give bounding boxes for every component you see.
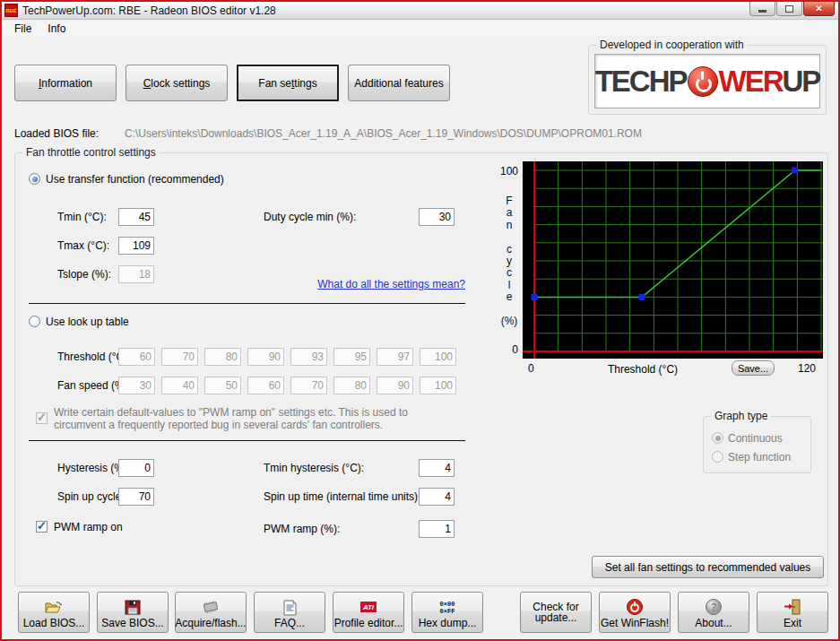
loaded-bios-path: C:\Users\inteks\Downloads\BIOS_Acer_1.19… bbox=[125, 127, 642, 140]
fanspeed-input-5 bbox=[290, 377, 327, 394]
chip-icon bbox=[200, 598, 221, 616]
tmax-input[interactable] bbox=[118, 237, 154, 255]
threshold-input-2 bbox=[161, 348, 198, 366]
fanspeed-input-4 bbox=[247, 377, 284, 394]
fan-curve-plot[interactable] bbox=[523, 161, 823, 359]
pwm-defaults-checkbox-label: Write certain default-values to "PWM ram… bbox=[54, 406, 459, 431]
save-graph-button[interactable]: Save... bbox=[732, 360, 775, 376]
load-bios-button[interactable]: Load BIOS... bbox=[18, 592, 90, 633]
hex-icon: 0×000×FF bbox=[436, 598, 459, 616]
pwm-ramp-on-label: PWM ramp on bbox=[54, 521, 123, 533]
tab-clock-settings[interactable]: Clock settings bbox=[126, 65, 228, 101]
fanspeed-input-1 bbox=[118, 377, 155, 394]
pwm-ramp-on-checkbox[interactable] bbox=[36, 521, 48, 533]
use-transfer-function-radio[interactable] bbox=[29, 173, 40, 185]
separator bbox=[29, 303, 465, 304]
techpowerup-logo: TECHPWERUP bbox=[594, 54, 820, 108]
threshold-input-4 bbox=[247, 348, 284, 366]
open-folder-icon bbox=[44, 598, 64, 616]
x-tick-120: 120 bbox=[798, 362, 816, 375]
graph-type-label: Graph type bbox=[711, 410, 771, 422]
tab-fan-settings[interactable]: Fan settings bbox=[237, 65, 339, 101]
acquire-flash-button[interactable]: Acquire/flash... bbox=[175, 592, 247, 633]
app-window: RBE TechPowerUp.com: RBE - Radeon BIOS e… bbox=[0, 0, 840, 641]
spin-up-cycle-input[interactable] bbox=[118, 488, 154, 506]
svg-text:ATi: ATi bbox=[362, 603, 375, 611]
tmin-hysteresis-input[interactable] bbox=[419, 459, 455, 477]
fanspeed-input-3 bbox=[204, 377, 241, 394]
svg-text:0×00: 0×00 bbox=[440, 601, 455, 608]
minimize-button[interactable] bbox=[749, 2, 775, 16]
tmin-label: Tmin (°C): bbox=[57, 211, 107, 223]
use-lookup-table-radio[interactable] bbox=[29, 316, 40, 327]
profile-editor-button[interactable]: ATi Profile editor... bbox=[333, 592, 404, 633]
tab-information[interactable]: Information bbox=[14, 65, 117, 101]
exit-door-icon bbox=[783, 598, 802, 616]
tslope-input bbox=[118, 265, 154, 283]
get-winflash-button[interactable]: Get WinFlash! bbox=[599, 592, 671, 633]
logo-text-mid: WER bbox=[719, 66, 783, 96]
threshold-input-7 bbox=[377, 348, 413, 366]
check-for-update-button[interactable]: Check for update... bbox=[520, 592, 592, 633]
y-tick-100: 100 bbox=[491, 165, 518, 178]
x-tick-0: 0 bbox=[528, 362, 534, 375]
close-button[interactable]: ✕ bbox=[803, 2, 835, 16]
duty-cycle-min-label: Duty cycle min (%): bbox=[264, 211, 356, 223]
use-lookup-table-label: Use look up table bbox=[46, 316, 129, 328]
maximize-button[interactable] bbox=[776, 2, 802, 16]
title-bar[interactable]: RBE TechPowerUp.com: RBE - Radeon BIOS e… bbox=[2, 2, 838, 20]
fanspeed-input-7 bbox=[377, 377, 413, 394]
tslope-label: Tslope (%): bbox=[57, 268, 111, 281]
pwm-ramp-input[interactable] bbox=[419, 520, 455, 538]
x-axis-label: Threshold (°C) bbox=[576, 363, 710, 376]
threshold-input-3 bbox=[204, 348, 241, 366]
logo-text-left: TECHP bbox=[595, 66, 687, 96]
window-title: TechPowerUp.com: RBE - Radeon BIOS edito… bbox=[22, 4, 276, 17]
exit-button[interactable]: Exit bbox=[757, 592, 828, 633]
hex-dump-button[interactable]: 0×000×FF Hex dump... bbox=[411, 592, 483, 633]
separator bbox=[29, 440, 465, 441]
save-bios-button[interactable]: Save BIOS... bbox=[97, 592, 169, 633]
duty-cycle-min-input[interactable] bbox=[419, 208, 455, 226]
pwm-defaults-checkbox bbox=[36, 412, 48, 424]
ati-icon: ATi bbox=[359, 598, 378, 616]
about-button[interactable]: ? About... bbox=[678, 592, 749, 633]
power-icon bbox=[626, 598, 644, 616]
y-tick-0: 0 bbox=[491, 343, 518, 356]
set-recommended-values-button[interactable]: Set all fan settings to recommended valu… bbox=[592, 556, 824, 578]
spin-up-time-input[interactable] bbox=[419, 488, 455, 506]
tmax-label: Tmax (°C): bbox=[57, 239, 109, 252]
maximize-icon bbox=[785, 5, 793, 13]
document-icon bbox=[281, 598, 298, 616]
menu-info[interactable]: Info bbox=[39, 22, 74, 36]
threshold-input-6 bbox=[333, 348, 370, 366]
question-icon: ? bbox=[705, 598, 723, 616]
logo-text-right: UP bbox=[783, 66, 820, 96]
y-axis-label: F a n c y c l e (%) bbox=[498, 195, 520, 327]
threshold-input-1 bbox=[118, 348, 155, 366]
use-transfer-function-label: Use transfer function (recommended) bbox=[46, 173, 224, 186]
faq-button[interactable]: FAQ... bbox=[254, 592, 325, 633]
partner-groupbox: Developed in cooperation with TECHPWERUP bbox=[588, 45, 827, 115]
tmin-hysteresis-label: Tmin hysteresis (°C): bbox=[264, 462, 364, 474]
threshold-input-5 bbox=[290, 348, 327, 366]
pwm-ramp-label: PWM ramp (%): bbox=[264, 523, 340, 535]
settings-help-link[interactable]: What do all the settings mean? bbox=[271, 278, 465, 290]
graph-type-groupbox: Graph type bbox=[703, 416, 811, 473]
floppy-icon bbox=[124, 598, 142, 616]
spin-up-time-label: Spin up time (internal time units): bbox=[264, 490, 420, 503]
svg-text:?: ? bbox=[711, 602, 716, 612]
hysteresis-input[interactable] bbox=[118, 459, 154, 477]
svg-text:0×FF: 0×FF bbox=[440, 608, 455, 615]
power-button-icon bbox=[688, 66, 718, 97]
graph-type-continuous-label: Continuous bbox=[728, 432, 783, 445]
menu-file[interactable]: File bbox=[6, 22, 39, 36]
fanspeed-input-8 bbox=[420, 377, 456, 394]
threshold-input-8 bbox=[420, 348, 456, 366]
rbe-app-icon: RBE bbox=[4, 4, 18, 17]
tab-additional-features[interactable]: Additional features bbox=[348, 65, 450, 101]
fan-throttle-group-label: Fan throttle control settings bbox=[22, 146, 160, 159]
close-icon: ✕ bbox=[815, 4, 822, 13]
graph-type-step-radio bbox=[712, 451, 723, 463]
tmin-input[interactable] bbox=[118, 208, 154, 226]
